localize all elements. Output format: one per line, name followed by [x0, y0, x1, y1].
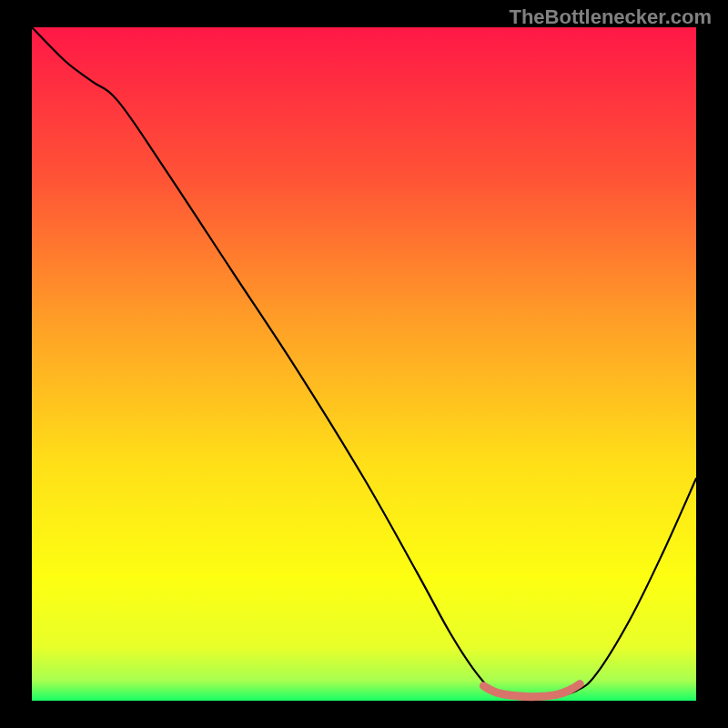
chart-container: TheBottlenecker.com	[0, 0, 728, 728]
gradient-background	[32, 27, 696, 701]
watermark-text: TheBottlenecker.com	[509, 5, 712, 29]
bottleneck-chart	[0, 0, 728, 728]
